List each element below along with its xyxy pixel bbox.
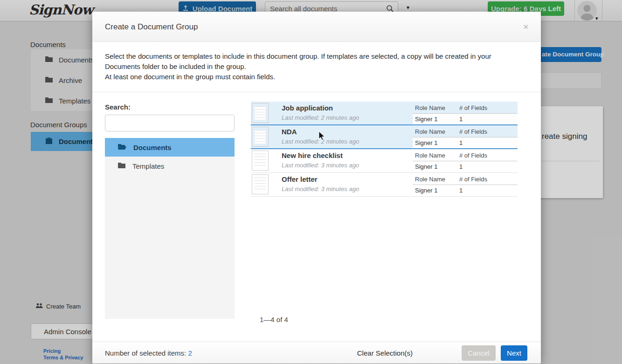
selected-count-value: 2: [188, 349, 192, 357]
fields-value: 1: [459, 163, 463, 170]
document-thumbnail: [252, 103, 269, 123]
selected-count-label: Number of selected items:: [105, 349, 188, 357]
role-name-value: Signer 1: [415, 163, 437, 170]
divider: [413, 185, 518, 185]
document-modified: Last modified: 3 minutes ago: [282, 162, 359, 169]
document-name: Job application: [282, 104, 333, 112]
document-thumbnail: [252, 127, 269, 147]
document-row-job-application[interactable]: Job application Last modified: 2 minutes…: [251, 102, 518, 125]
selected-count: Number of selected items: 2: [105, 349, 192, 357]
document-row-new-hire-checklist[interactable]: New hire checklist Last modified: 3 minu…: [251, 149, 518, 173]
divider: [413, 161, 518, 161]
role-name-value: Signer 1: [415, 116, 437, 123]
document-modified: Last modified: 2 minutes ago: [282, 138, 359, 145]
description-paragraph-2: At least one document in the group must …: [105, 72, 521, 82]
modal-search-label: Search:: [105, 103, 131, 111]
role-name-value: Signer 1: [415, 187, 437, 194]
role-name-header: Role Name: [415, 176, 445, 183]
fields-header: # of Fields: [459, 152, 487, 159]
folder-open-icon: [117, 143, 127, 152]
pagination-label: 1—4 of 4: [260, 316, 288, 323]
modal-search-input[interactable]: [105, 115, 235, 131]
document-name: New hire checklist: [282, 151, 343, 159]
role-name-value: Signer 1: [415, 139, 437, 146]
divider: [413, 137, 518, 137]
description-paragraph-1: Select the documents or templates to inc…: [105, 51, 521, 72]
document-modified: Last modified: 2 minutes ago: [282, 114, 359, 121]
folder-icon: [117, 162, 126, 170]
document-name: NDA: [282, 128, 297, 136]
document-modified: Last modified: 3 minutes ago: [282, 185, 359, 192]
document-name: Offer letter: [282, 175, 318, 183]
fields-header: # of Fields: [459, 176, 487, 183]
close-icon[interactable]: ✕: [523, 23, 529, 31]
fields-header: # of Fields: [459, 128, 487, 135]
fields-value: 1: [459, 187, 463, 194]
divider: [413, 113, 518, 114]
document-list: Job application Last modified: 2 minutes…: [251, 102, 518, 197]
role-name-header: Role Name: [415, 104, 445, 111]
modal-folder-documents[interactable]: Documents: [105, 138, 235, 157]
role-name-header: Role Name: [415, 128, 445, 135]
document-row-offer-letter[interactable]: Offer letter Last modified: 3 minutes ag…: [251, 173, 518, 197]
fields-value: 1: [459, 116, 463, 123]
divider: [92, 92, 541, 92]
modal-folder-label: Documents: [133, 144, 172, 151]
modal-header: Create a Document Group ✕: [92, 12, 541, 42]
modal-footer: Number of selected items: 2 Clear Select…: [92, 342, 541, 364]
modal-folder-templates[interactable]: Templates: [105, 157, 235, 175]
modal-description: Select the documents or templates to inc…: [105, 42, 521, 92]
fields-value: 1: [459, 139, 463, 146]
document-thumbnail: [252, 174, 269, 194]
modal-folder-list: Documents Templates: [105, 138, 235, 319]
document-thumbnail: [252, 151, 269, 171]
modal-folder-label: Templates: [132, 162, 164, 170]
cancel-button[interactable]: Cancel: [462, 345, 496, 361]
next-button[interactable]: Next: [501, 345, 527, 361]
fields-header: # of Fields: [459, 104, 487, 111]
modal-title: Create a Document Group: [105, 22, 198, 32]
document-row-nda[interactable]: NDA Last modified: 2 minutes ago Role Na…: [251, 125, 518, 149]
clear-selection-button[interactable]: Clear Selection(s): [357, 349, 413, 357]
role-name-header: Role Name: [415, 152, 445, 159]
create-document-group-modal: Create a Document Group ✕ Select the doc…: [92, 12, 541, 364]
